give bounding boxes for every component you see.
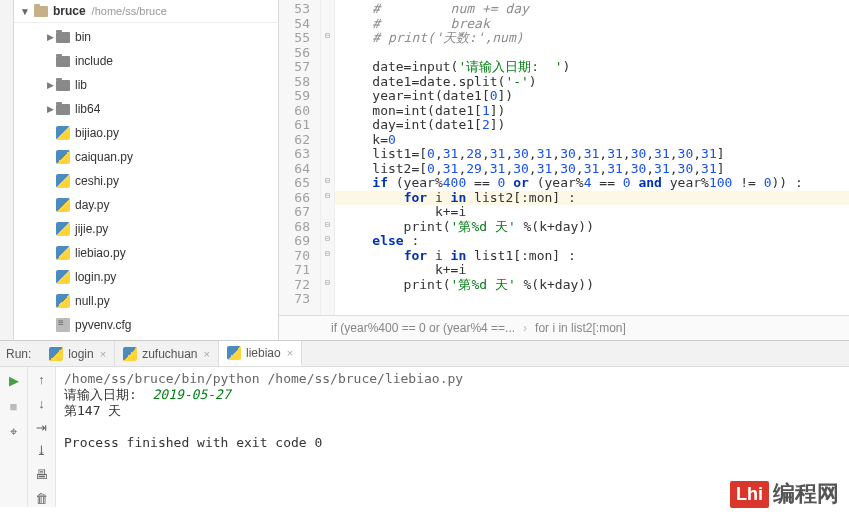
code-line[interactable]: # break xyxy=(335,17,849,32)
code-line[interactable]: for i in list2[:mon] : xyxy=(335,191,849,206)
tree-item[interactable]: ▶login.py xyxy=(14,265,278,289)
close-icon[interactable]: × xyxy=(100,348,106,360)
tree-item[interactable]: ▶lib64 xyxy=(14,97,278,121)
tree-item[interactable]: ▶pyvenv.cfg xyxy=(14,313,278,337)
folder-icon xyxy=(34,6,48,17)
chevron-right-icon[interactable]: ▶ xyxy=(44,80,56,90)
tree-item-label: liebiao.py xyxy=(75,246,126,260)
fold-icon[interactable]: ⊟ xyxy=(321,247,334,262)
chevron-right-icon[interactable]: ▶ xyxy=(44,32,56,42)
run-panel: Run: login×zufuchuan×liebiao× ▶ ■ ⌖ ↑ ↓ … xyxy=(0,340,849,507)
up-icon[interactable]: ↑ xyxy=(32,371,52,389)
run-toolbar-secondary: ↑ ↓ ⇥ ⤓ 🖶 🗑 xyxy=(28,367,56,507)
left-gutter-strip xyxy=(0,0,14,340)
code-line[interactable] xyxy=(335,292,849,307)
tree-item[interactable]: ▶ceshi.py xyxy=(14,169,278,193)
python-icon xyxy=(56,270,70,284)
code-line[interactable]: print('第%d 天' %(k+day)) xyxy=(335,278,849,293)
code-line[interactable]: k=0 xyxy=(335,133,849,148)
run-tab[interactable]: liebiao× xyxy=(219,341,302,366)
trash-icon[interactable]: 🗑 xyxy=(32,489,52,507)
console-out2: Process finished with exit code 0 xyxy=(64,435,322,450)
run-tabs-bar: Run: login×zufuchuan×liebiao× xyxy=(0,341,849,367)
console-cmd: /home/ss/bruce/bin/python /home/ss/bruce… xyxy=(64,371,463,386)
root-name: bruce xyxy=(53,4,86,18)
tree-item[interactable]: ▶null.py xyxy=(14,289,278,313)
print-icon[interactable]: 🖶 xyxy=(32,466,52,484)
code-line[interactable]: print('第%d 天' %(k+day)) xyxy=(335,220,849,235)
fold-icon[interactable]: ⊟ xyxy=(321,218,334,233)
chevron-down-icon[interactable]: ▼ xyxy=(20,6,30,17)
tree-item-label: lib64 xyxy=(75,102,100,116)
code-line[interactable]: for i in list1[:mon] : xyxy=(335,249,849,264)
code-line[interactable]: else : xyxy=(335,234,849,249)
run-tab-label: zufuchuan xyxy=(142,347,197,361)
project-root[interactable]: ▼ bruce /home/ss/bruce xyxy=(14,0,278,23)
run-tab[interactable]: zufuchuan× xyxy=(115,341,219,366)
folder-icon xyxy=(56,32,70,43)
python-icon xyxy=(56,126,70,140)
close-icon[interactable]: × xyxy=(204,348,210,360)
project-sidebar: ▼ bruce /home/ss/bruce ▶bin▶include▶lib▶… xyxy=(14,0,279,340)
fold-column[interactable]: ⊟⊟⊟⊟⊟⊟⊟ xyxy=(321,0,335,315)
scroll-icon[interactable]: ⤓ xyxy=(32,442,52,460)
code-area[interactable]: 5354555657585960616263646566676869707172… xyxy=(279,0,849,315)
breadcrumb-a[interactable]: if (year%400 == 0 or (year%4 ==... xyxy=(331,321,515,335)
code-line[interactable]: date=input('请输入日期: ') xyxy=(335,60,849,75)
down-icon[interactable]: ↓ xyxy=(32,395,52,413)
fold-icon[interactable]: ⊟ xyxy=(321,189,334,204)
tree-item[interactable]: ▶caiquan.py xyxy=(14,145,278,169)
debug-icon[interactable]: ⌖ xyxy=(4,423,24,441)
breadcrumb-b[interactable]: for i in list2[:mon] xyxy=(535,321,626,335)
code-line[interactable]: mon=int(date1[1]) xyxy=(335,104,849,119)
breadcrumb[interactable]: if (year%400 == 0 or (year%4 ==... › for… xyxy=(279,315,849,340)
tree-item-label: include xyxy=(75,54,113,68)
code-line[interactable]: # print('天数:',num) xyxy=(335,31,849,46)
code-line[interactable]: day=int(date1[2]) xyxy=(335,118,849,133)
code-line[interactable]: # num += day xyxy=(335,2,849,17)
run-tab-label: login xyxy=(68,347,93,361)
python-icon xyxy=(56,150,70,164)
console-prompt: 请输入日期: xyxy=(64,387,152,402)
code-line[interactable] xyxy=(335,46,849,61)
run-button[interactable]: ▶ xyxy=(4,371,24,389)
run-tab[interactable]: login× xyxy=(41,341,115,366)
tree-item[interactable]: ▶jijie.py xyxy=(14,217,278,241)
python-icon xyxy=(227,346,241,360)
tree-item-label: null.py xyxy=(75,294,110,308)
folder-icon xyxy=(56,80,70,91)
tree-item[interactable]: ▶bin xyxy=(14,25,278,49)
code-line[interactable]: list1=[0,31,28,31,30,31,30,31,31,30,31,3… xyxy=(335,147,849,162)
tree-item-label: day.py xyxy=(75,198,109,212)
close-icon[interactable]: × xyxy=(287,347,293,359)
fold-icon[interactable]: ⊟ xyxy=(321,276,334,291)
tree-item-label: login.py xyxy=(75,270,116,284)
fold-icon[interactable]: ⊟ xyxy=(321,29,334,44)
fold-icon[interactable]: ⊟ xyxy=(321,174,334,189)
python-icon xyxy=(49,347,63,361)
code-line[interactable]: k+=i xyxy=(335,205,849,220)
python-icon xyxy=(56,246,70,260)
code-line[interactable]: date1=date.split('-') xyxy=(335,75,849,90)
code-line[interactable]: list2=[0,31,29,31,30,31,30,31,31,30,31,3… xyxy=(335,162,849,177)
wrap-icon[interactable]: ⇥ xyxy=(32,418,52,436)
tree-item[interactable]: ▶liebiao.py xyxy=(14,241,278,265)
line-number-gutter: 5354555657585960616263646566676869707172… xyxy=(279,0,321,315)
watermark: Lhi 编程网 xyxy=(730,479,839,509)
stop-button[interactable]: ■ xyxy=(4,397,24,415)
fold-icon[interactable]: ⊟ xyxy=(321,232,334,247)
code-line[interactable]: if (year%400 == 0 or (year%4 == 0 and ye… xyxy=(335,176,849,191)
tree-item[interactable]: ▶day.py xyxy=(14,193,278,217)
tree-item[interactable]: ▶include xyxy=(14,49,278,73)
python-icon xyxy=(56,294,70,308)
code-lines[interactable]: # num += day # break # print('天数:',num) … xyxy=(335,0,849,315)
code-line[interactable]: year=int(date1[0]) xyxy=(335,89,849,104)
tree-item-label: jijie.py xyxy=(75,222,108,236)
console-input: 2019-05-27 xyxy=(152,387,230,402)
tree-item[interactable]: ▶bijiao.py xyxy=(14,121,278,145)
tree-item[interactable]: ▶lib xyxy=(14,73,278,97)
run-label: Run: xyxy=(0,347,41,361)
chevron-right-icon[interactable]: ▶ xyxy=(44,104,56,114)
tree-item-label: bin xyxy=(75,30,91,44)
code-line[interactable]: k+=i xyxy=(335,263,849,278)
